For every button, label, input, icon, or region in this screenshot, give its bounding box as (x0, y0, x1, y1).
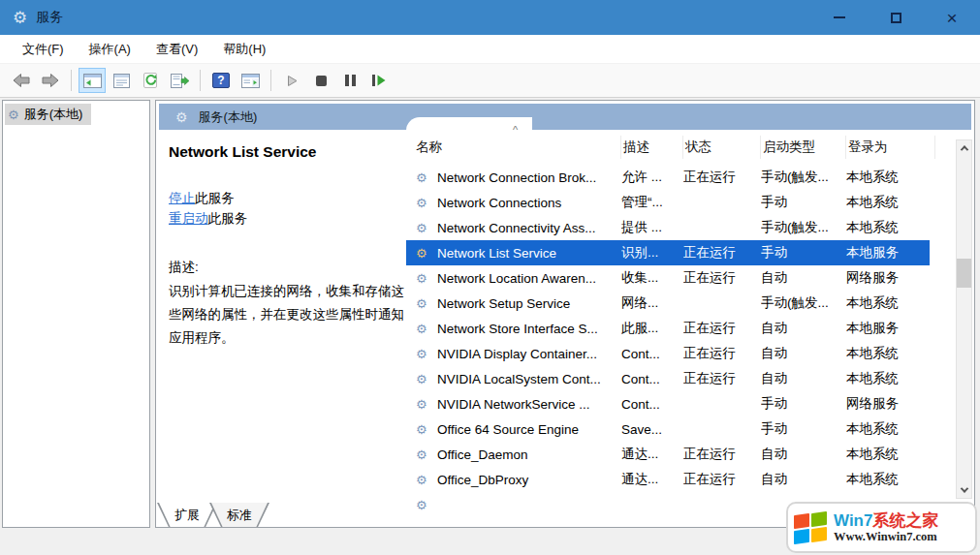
show-action-pane-button[interactable] (237, 68, 264, 93)
services-list: ^ 名称 描述 状态 启动类型 登录为 ⚙ Network Connection… (406, 130, 956, 508)
cell-description: 管理“... (621, 194, 683, 211)
help-button[interactable]: ? (207, 68, 235, 93)
forward-button[interactable] (37, 68, 64, 93)
cell-description: 通达... (621, 471, 683, 488)
show-console-tree-icon (83, 74, 102, 88)
table-row[interactable]: ⚙ NVIDIA NetworkService ... Cont... 手动 网… (406, 391, 956, 416)
cell-logon-as: 本地系统 (846, 420, 935, 438)
column-header-description[interactable]: 描述 (621, 136, 683, 159)
cell-startup-type: 手动 (761, 420, 846, 438)
table-row[interactable]: ⚙ Network Connection Brok... 允许 ... 正在运行… (406, 165, 956, 190)
service-gear-icon: ⚙ (414, 246, 437, 261)
cell-status: 正在运行 (683, 244, 761, 262)
menu-view[interactable]: 查看(V) (143, 36, 210, 63)
maximize-button[interactable] (868, 0, 924, 35)
cell-status: 正在运行 (683, 169, 761, 186)
cell-description: 网络... (621, 294, 683, 312)
table-row[interactable]: ⚙ Network Location Awaren... 收集... 正在运行 … (406, 265, 956, 291)
column-header-logon-as[interactable]: 登录为 (846, 136, 935, 159)
table-row[interactable]: ⚙ NVIDIA LocalSystem Cont... Cont... 正在运… (406, 366, 956, 391)
toolbar-separator (200, 70, 201, 91)
cell-name: Network Connection Brok... (437, 170, 621, 185)
table-row[interactable]: ⚙ Office_Daemon 通达... 正在运行 自动 本地系统 (406, 442, 956, 467)
restart-service-button[interactable] (365, 68, 393, 93)
menu-bar: 文件(F) 操作(A) 查看(V) 帮助(H) (0, 35, 980, 64)
service-gear-icon: ⚙ (414, 473, 437, 487)
cell-name: Network Setup Service (437, 296, 621, 311)
back-button[interactable] (8, 68, 35, 93)
scrollbar-thumb[interactable] (957, 259, 971, 288)
cell-status: 正在运行 (683, 269, 761, 287)
close-button[interactable]: × (924, 0, 980, 35)
cell-logon-as: 本地系统 (846, 219, 935, 236)
tab-standard[interactable]: 标准 (209, 503, 269, 528)
pause-service-button[interactable] (336, 68, 364, 93)
column-header-name[interactable]: 名称 (414, 136, 621, 159)
properties-button[interactable] (108, 68, 135, 93)
stop-service-icon (316, 76, 327, 86)
cell-status: 正在运行 (683, 345, 761, 362)
menu-help[interactable]: 帮助(H) (210, 36, 278, 63)
cell-startup-type: 自动 (761, 446, 846, 463)
toolbar-separator (71, 70, 72, 91)
cell-logon-as: 本地服务 (846, 320, 935, 337)
list-header-row: ^ 名称 描述 状态 启动类型 登录为 (406, 130, 956, 165)
restart-service-link[interactable]: 重启动 (169, 211, 208, 226)
tree-item-services-local[interactable]: ⚙ 服务(本地) (5, 104, 91, 125)
column-header-startup-type[interactable]: 启动类型 (761, 136, 846, 159)
table-row[interactable]: ⚙ NVIDIA Display Container... Cont... 正在… (406, 341, 956, 366)
table-row[interactable]: ⚙ Network Store Interface S... 此服... 正在运… (406, 316, 956, 341)
scroll-down-button[interactable] (957, 482, 971, 498)
window-controls: × (811, 0, 980, 35)
start-service-button[interactable] (278, 68, 305, 93)
restart-service-icon (372, 75, 386, 86)
table-row[interactable]: ⚙ Office 64 Source Engine Save... 手动 本地系… (406, 416, 956, 442)
cell-name: Network Location Awaren... (437, 271, 621, 286)
show-action-pane-icon (241, 74, 260, 88)
cell-startup-type: 手动 (761, 244, 846, 262)
console-tree-panel: ⚙ 服务(本地) (2, 100, 150, 528)
export-list-button[interactable] (166, 68, 193, 93)
winwin7-watermark: Win7系统之家 Www.Winwin7.com (786, 502, 977, 553)
scroll-up-button[interactable] (957, 140, 971, 156)
stop-service-button[interactable] (307, 68, 334, 93)
menu-file[interactable]: 文件(F) (10, 36, 77, 63)
cell-startup-type: 自动 (761, 370, 846, 387)
table-row[interactable]: ⚙ Network Connectivity Ass... 提供 ... 手动(… (406, 215, 956, 240)
cell-description: Cont... (621, 372, 683, 386)
list-scrollbar[interactable] (956, 139, 972, 499)
cell-description: Cont... (621, 347, 683, 361)
chevron-up-icon (960, 145, 967, 153)
column-header-status[interactable]: 状态 (683, 136, 761, 159)
service-gear-icon: ⚙ (414, 498, 437, 512)
tab-extended[interactable]: 扩展 (157, 503, 217, 528)
table-row[interactable]: ⚙ Network Setup Service 网络... 手动(触发... 本… (406, 291, 956, 316)
stop-service-link[interactable]: 停止 (169, 191, 195, 205)
cell-logon-as: 本地服务 (846, 244, 935, 262)
menu-action[interactable]: 操作(A) (77, 36, 143, 63)
cell-description: Save... (621, 422, 683, 437)
service-gear-icon: ⚙ (414, 447, 437, 462)
cell-description: 收集... (621, 269, 683, 287)
table-row[interactable]: ⚙ Network Connections 管理“... 手动 本地系统 (406, 190, 956, 215)
export-list-icon (171, 74, 189, 88)
cell-status: 正在运行 (683, 446, 761, 463)
refresh-button[interactable] (137, 68, 164, 93)
service-gear-icon: ⚙ (414, 196, 437, 210)
cell-startup-type: 自动 (761, 345, 846, 362)
service-description: 识别计算机已连接的网络，收集和存储这些网络的属性，并在更改这些属性时通知应用程序… (169, 280, 409, 350)
cell-status: 正在运行 (683, 471, 761, 488)
minimize-button[interactable] (811, 0, 868, 35)
service-gear-icon: ⚙ (414, 170, 437, 185)
cell-logon-as: 本地系统 (846, 471, 935, 488)
minimize-icon (834, 16, 845, 18)
cell-logon-as: 网络服务 (846, 269, 935, 287)
restart-service-action: 重启动此服务 (169, 210, 247, 228)
services-app-icon: ⚙ (13, 8, 27, 28)
service-gear-icon: ⚙ (414, 271, 437, 286)
show-console-tree-button[interactable] (79, 68, 106, 93)
cell-logon-as: 本地系统 (846, 345, 935, 362)
table-row[interactable]: ⚙ Network List Service 识别... 正在运行 手动 本地服… (406, 240, 930, 265)
cell-logon-as: 本地系统 (846, 169, 935, 186)
table-row[interactable]: ⚙ Office_DbProxy 通达... 正在运行 自动 本地系统 (406, 467, 956, 492)
